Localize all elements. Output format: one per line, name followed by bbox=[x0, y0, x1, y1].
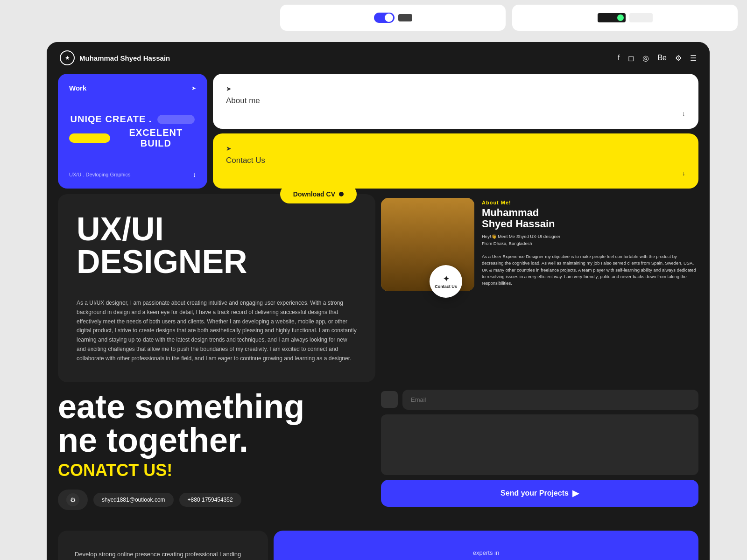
gear-icon-pill: ⚙ bbox=[66, 493, 79, 506]
contact-us-big: CONATCT US! bbox=[58, 461, 375, 480]
send-button[interactable]: Send your Projects ▶ bbox=[381, 480, 698, 507]
experts-label: experts in bbox=[473, 549, 499, 556]
nav-icon-settings[interactable]: ⚙ bbox=[675, 54, 682, 63]
contact-form: Send your Projects ▶ bbox=[381, 390, 698, 518]
logo-symbol: ★ bbox=[65, 55, 70, 61]
about-down-arrow: ↓ bbox=[682, 110, 685, 117]
about-greeting: Hey!👋 Meet Me Shyed UX-UI designer From … bbox=[482, 233, 698, 287]
about-card-arrow: ➤ bbox=[226, 85, 232, 92]
contact-card: ➤ Contact Us ↓ bbox=[213, 133, 698, 189]
about-card-inner: ➤ About me ↓ bbox=[226, 85, 685, 118]
work-skills: UX/U . Devloping Graphics bbox=[69, 172, 130, 177]
toggle-1[interactable] bbox=[374, 13, 395, 23]
nav-icon-facebook[interactable]: f bbox=[618, 54, 620, 62]
about-card: ➤ About me ↓ bbox=[213, 74, 698, 129]
work-card-top: Work ➤ bbox=[69, 84, 196, 92]
green-dot bbox=[617, 14, 624, 21]
about-me-label-small: About Me! bbox=[482, 200, 698, 205]
contact-pill-gear: ⚙ bbox=[58, 490, 88, 510]
nav-icons: f ◻ ◎ Be ⚙ ☰ bbox=[618, 54, 697, 63]
headline-tag-blue bbox=[157, 115, 195, 124]
contact-float-label: Contact Us bbox=[435, 284, 457, 289]
top-card-2 bbox=[512, 5, 738, 31]
designer-description: As a UI/UX designer, I am passionate abo… bbox=[77, 299, 357, 364]
about-name-large: Muhammad Shyed Hassain bbox=[482, 207, 698, 230]
headline-line1: UNIQE CREATE . bbox=[70, 114, 152, 125]
contact-card-arrow: ➤ bbox=[226, 145, 232, 152]
top-cards-area bbox=[271, 0, 747, 42]
nav-icon-behance[interactable]: Be bbox=[657, 54, 667, 62]
contact-down-arrow-container: ↓ bbox=[682, 169, 685, 177]
email-address: shyed1881@outlook.com bbox=[102, 497, 165, 503]
big-text-section: eate something ne together. CONATCT US! … bbox=[47, 390, 710, 525]
work-label: Work bbox=[69, 84, 86, 92]
work-card: Work ➤ UNIQE CREATE . EXCELENT BUILD UX/… bbox=[58, 74, 207, 189]
download-cv-button[interactable]: Download CV bbox=[280, 185, 357, 203]
contact-icons-row: ⚙ shyed1881@outlook.com +880 1759454352 bbox=[58, 490, 375, 510]
top-cards-grid: Work ➤ UNIQE CREATE . EXCELENT BUILD UX/… bbox=[47, 74, 710, 194]
headline-line2: EXCELENT BUILD bbox=[116, 127, 196, 149]
mini-rect bbox=[398, 14, 412, 21]
designer-title-line2: DESIGNER bbox=[77, 244, 247, 280]
nav-icon-menu[interactable]: ☰ bbox=[690, 54, 697, 63]
top-card-1 bbox=[280, 5, 506, 31]
contact-pill-email: shyed1881@outlook.com bbox=[93, 493, 174, 507]
big-text-line2: ne together. bbox=[58, 423, 375, 457]
nav-icon-whatsapp[interactable]: ◻ bbox=[628, 54, 634, 63]
right-cards: ➤ About me ↓ ➤ Contact Us ↓ bbox=[213, 74, 698, 189]
big-text-line1: eate something bbox=[58, 390, 375, 423]
about-down-arrow-container: ↓ bbox=[682, 109, 685, 118]
headline-row-2: EXCELENT BUILD bbox=[69, 127, 196, 149]
designer-title-block: UX/UI DESIGNER bbox=[77, 213, 247, 289]
designer-intro: UX/UI DESIGNER Download CV As a UI/UX de… bbox=[58, 194, 375, 382]
work-card-arrow: ➤ bbox=[191, 85, 196, 91]
nav-logo: ★ Muhammad Shyed Hassain bbox=[60, 50, 170, 65]
contact-card-inner: ➤ Contact Us ↓ bbox=[226, 145, 685, 177]
gear-symbol: ⚙ bbox=[70, 496, 76, 504]
nav-name: Muhammad Shyed Hassain bbox=[79, 54, 170, 62]
headline-row-1: UNIQE CREATE . bbox=[69, 114, 196, 125]
about-inner-row: ➤ bbox=[226, 85, 685, 92]
contact-pill-phone: +880 1759454352 bbox=[179, 493, 241, 507]
message-textarea[interactable] bbox=[381, 414, 698, 475]
contact-star-icon: ✦ bbox=[443, 274, 449, 283]
about-name-line2: Shyed Hassain bbox=[482, 218, 555, 230]
bottom-left-card: Develop strong online presence creating … bbox=[58, 531, 268, 560]
contact-float-button[interactable]: ✦ Contact Us bbox=[430, 265, 462, 298]
bottom-right-card: experts in UX/UI DESIGN bbox=[274, 531, 698, 560]
headline-tag-yellow bbox=[69, 133, 110, 143]
dark-bar bbox=[598, 13, 626, 22]
toggle-group-2 bbox=[598, 13, 653, 22]
nav-icon-social[interactable]: ◎ bbox=[642, 54, 649, 63]
big-text-block: eate something ne together. CONATCT US! … bbox=[58, 390, 375, 518]
work-card-bottom: UX/U . Devloping Graphics ↓ bbox=[69, 171, 196, 178]
contact-inner-row: ➤ bbox=[226, 145, 685, 152]
download-dot bbox=[339, 192, 344, 196]
toggle-1-knob bbox=[385, 14, 393, 22]
contact-down-arrow: ↓ bbox=[682, 169, 685, 177]
main-container: ★ Muhammad Shyed Hassain f ◻ ◎ Be ⚙ ☰ Wo… bbox=[47, 42, 710, 560]
light-bar bbox=[629, 13, 653, 22]
about-card-label: About me bbox=[226, 96, 260, 105]
bottom-left-text: Develop strong online presence creating … bbox=[75, 549, 251, 560]
contact-card-label: Contact Us bbox=[226, 156, 265, 165]
designer-title-line1: UX/UI bbox=[77, 211, 164, 247]
about-info: About Me! Muhammad Shyed Hassain Hey!👋 M… bbox=[381, 194, 698, 291]
form-checkbox[interactable] bbox=[381, 391, 398, 408]
big-text-line1-span: eate something bbox=[58, 388, 304, 425]
about-text-panel: About Me! Muhammad Shyed Hassain Hey!👋 M… bbox=[482, 198, 698, 291]
work-down-arrow: ↓ bbox=[193, 171, 196, 178]
bottom-section: Develop strong online presence creating … bbox=[47, 525, 710, 560]
about-name-line1: Muhammad bbox=[482, 207, 539, 218]
email-input[interactable] bbox=[402, 390, 698, 410]
designer-title: UX/UI DESIGNER bbox=[77, 213, 247, 278]
toggle-group-1 bbox=[374, 13, 412, 23]
send-arrow-icon: ▶ bbox=[572, 488, 579, 498]
send-button-label: Send your Projects bbox=[500, 489, 569, 497]
right-panel: About Me! Muhammad Shyed Hassain Hey!👋 M… bbox=[381, 194, 698, 382]
work-headline: UNIQE CREATE . EXCELENT BUILD bbox=[69, 114, 196, 149]
big-text-line2-span: ne together. bbox=[58, 421, 248, 459]
phone-number: +880 1759454352 bbox=[188, 497, 233, 503]
email-input-row bbox=[381, 390, 698, 410]
navbar: ★ Muhammad Shyed Hassain f ◻ ◎ Be ⚙ ☰ bbox=[47, 42, 710, 74]
